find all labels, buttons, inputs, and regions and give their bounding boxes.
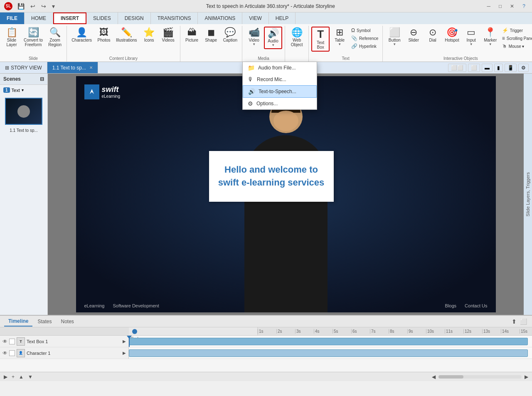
redo-button[interactable]: ↪: [39, 2, 48, 10]
marker-button[interactable]: 📍 Marker ▼: [481, 27, 500, 47]
monitor-large-view-button[interactable]: ⬜⬜: [448, 64, 466, 72]
track-character1-timeline[interactable]: [129, 347, 532, 359]
footer-blogs[interactable]: Blogs: [445, 303, 457, 308]
reference-button[interactable]: 📎 Reference: [350, 35, 380, 42]
slide-thumbnail[interactable]: [5, 98, 42, 125]
undo-button[interactable]: ↩: [29, 2, 37, 10]
track-character1-visibility-button[interactable]: 👁: [2, 350, 7, 356]
tab-animations[interactable]: ANIMATIONS: [198, 12, 242, 24]
caption-button[interactable]: 💬 Caption: [221, 27, 239, 44]
tab-view[interactable]: VIEW: [242, 12, 269, 24]
timeline-move-up-button[interactable]: ▲: [17, 374, 25, 380]
timeline-expand-button[interactable]: ⬆: [511, 317, 517, 326]
monitor-view-button[interactable]: ⬜: [468, 64, 480, 72]
mouse-button[interactable]: 🖱 Mouse ▾: [500, 42, 532, 50]
ribbon-group-insert-media-items: 🏔 Picture ◼ Shape 💬 Caption: [183, 27, 239, 60]
timeline-move-down-button[interactable]: ▼: [27, 374, 34, 380]
table-button[interactable]: ⊞ Table ▼: [330, 27, 349, 47]
illustrations-button[interactable]: ✏️ Illustrations: [114, 27, 139, 44]
scene-item: 1 Text ▾: [0, 85, 47, 95]
convert-freeform-icon: 🔄: [28, 28, 39, 37]
tab-insert[interactable]: INSERT: [53, 12, 86, 24]
ruler-mark-9s: 9s: [407, 329, 426, 334]
footer-contact[interactable]: Contact Us: [465, 303, 487, 308]
timeline-add-layer-button[interactable]: +: [10, 374, 16, 380]
input-button[interactable]: ▭ Input ▼: [462, 27, 480, 47]
ribbon-group-media-items: 📹 Video ▼ 🔊 Audio ▼: [245, 27, 282, 55]
tab-notes[interactable]: Notes: [57, 317, 78, 326]
web-object-button[interactable]: 🌐 WebObject: [288, 27, 306, 48]
tab-design[interactable]: DESIGN: [118, 12, 151, 24]
text-to-speech-item[interactable]: 🔊 Text-to-Speech...: [243, 85, 317, 98]
timeline-collapse-button[interactable]: ⬜: [519, 317, 528, 326]
zoom-region-button[interactable]: 🔍 ZoomRegion: [46, 27, 64, 48]
hyperlink-button[interactable]: 🔗 Hyperlink: [350, 42, 380, 50]
timeline-scroll-left-button[interactable]: ◀: [431, 374, 437, 380]
save-button[interactable]: 💾: [16, 2, 26, 10]
timeline-scrollbar[interactable]: [438, 375, 522, 379]
slide-tab-close-icon[interactable]: ✕: [89, 65, 93, 70]
settings-view-button[interactable]: ⚙: [518, 64, 529, 72]
options-item[interactable]: ⚙ Options...: [243, 98, 317, 109]
track-textbox1-bar[interactable]: [129, 338, 528, 345]
tab-slides[interactable]: SLIDES: [86, 12, 118, 24]
timeline-scroll-right-button[interactable]: ▶: [523, 374, 530, 380]
characters-icon: 👤: [76, 28, 87, 37]
tab-transitions[interactable]: TRANSITIONS: [151, 12, 198, 24]
photos-button[interactable]: 🖼 Photos: [95, 27, 113, 44]
help-button[interactable]: ?: [520, 2, 528, 10]
tab-home[interactable]: HOME: [25, 12, 53, 24]
slide-tab[interactable]: 1.1 Text to sp... ✕: [47, 62, 98, 73]
track-textbox1-visibility-button[interactable]: 👁: [2, 339, 7, 344]
track-textbox1-lock-checkbox[interactable]: [9, 339, 15, 344]
slide-layer-button[interactable]: 📋 SlideLayer: [2, 27, 21, 48]
text-box-button[interactable]: T TextBox: [311, 27, 330, 52]
audio-button[interactable]: 🔊 Audio ▼: [264, 27, 282, 49]
track-textbox1-timeline[interactable]: End: [129, 336, 532, 347]
video-button[interactable]: 📹 Video ▼: [245, 27, 263, 47]
convert-freeform-button[interactable]: 🔄 Convert toFreeform: [22, 27, 45, 48]
more-button[interactable]: ▾: [50, 2, 57, 10]
story-view-icon: ⊞: [5, 65, 9, 71]
minimize-button[interactable]: ─: [485, 2, 493, 10]
characters-button[interactable]: 👤 Characters: [69, 27, 94, 44]
scene-dropdown-icon[interactable]: ▾: [22, 88, 24, 92]
track-character1-expand-icon[interactable]: ▶: [123, 351, 126, 355]
tab-timeline[interactable]: Timeline: [4, 317, 32, 327]
slider-button[interactable]: ⊖ Slider: [404, 27, 423, 44]
scrolling-panel-button[interactable]: ≡ Scrolling Panel: [500, 35, 532, 42]
shape-button[interactable]: ◼ Shape: [202, 27, 220, 44]
maximize-button[interactable]: □: [496, 2, 504, 10]
picture-icon: 🏔: [187, 28, 197, 37]
caption-icon: 💬: [224, 28, 236, 37]
record-mic-item[interactable]: 🎙 Record Mic...: [243, 74, 317, 85]
dial-button[interactable]: ⊙ Dial: [424, 27, 442, 44]
scenes-collapse-button[interactable]: ⊟: [40, 76, 44, 82]
videos-button[interactable]: 🎬 Videos: [159, 27, 177, 44]
trigger-button[interactable]: ⚡ Trigger: [500, 27, 532, 34]
footer-software-dev[interactable]: Software Development: [113, 303, 159, 308]
audio-from-file-item[interactable]: 📁 Audio from File...: [243, 62, 317, 74]
phone-view-button[interactable]: 📱: [505, 64, 517, 72]
tab-states[interactable]: States: [33, 317, 56, 326]
slide-layers-label[interactable]: Slide Layers, Triggers: [525, 172, 530, 216]
track-character1-lock-checkbox[interactable]: [9, 350, 15, 356]
symbol-icon: Ω: [351, 27, 355, 33]
footer-elearning[interactable]: eLearning: [84, 303, 105, 308]
swift-logo-icon: [88, 88, 96, 96]
tab-help[interactable]: HELP: [269, 12, 296, 24]
tablet-portrait-view-button[interactable]: ▮: [494, 64, 503, 72]
symbol-button[interactable]: Ω Symbol: [350, 27, 380, 34]
hotspot-button[interactable]: 🎯 Hotspot: [443, 27, 461, 44]
close-button[interactable]: ✕: [507, 2, 517, 10]
track-textbox1: 👁 T Text Box 1 ▶ End: [0, 336, 532, 347]
picture-button[interactable]: 🏔 Picture: [183, 27, 201, 44]
tab-file[interactable]: FILE: [0, 12, 25, 24]
timeline-play-button[interactable]: ▶: [2, 374, 9, 380]
track-character1-bar[interactable]: [129, 349, 528, 357]
tablet-landscape-view-button[interactable]: ▬: [482, 64, 493, 72]
track-textbox1-expand-icon[interactable]: ▶: [123, 339, 126, 344]
button-button[interactable]: ⬜ Button ▼: [385, 27, 404, 47]
icons-button[interactable]: ⭐ Icons: [140, 27, 158, 44]
story-view-tab[interactable]: ⊞ STORY VIEW: [0, 62, 47, 73]
